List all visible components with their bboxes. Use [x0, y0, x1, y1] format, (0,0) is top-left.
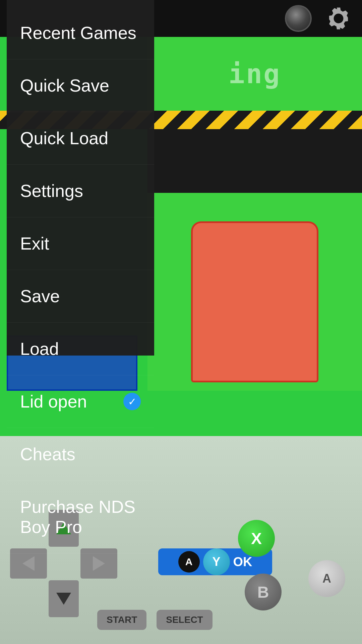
menu-item-label-save: Save	[20, 286, 60, 306]
settings-icon[interactable]	[325, 5, 352, 32]
menu-item-load[interactable]: Load	[7, 323, 154, 375]
arrow-right-icon	[93, 556, 105, 571]
b-button[interactable]: B	[245, 574, 282, 610]
game-box-area	[147, 193, 362, 391]
menu-item-label-quick-save: Quick Save	[20, 75, 109, 96]
ok-a-button[interactable]: A	[178, 551, 200, 573]
menu-item-quick-save[interactable]: Quick Save	[7, 59, 154, 112]
joystick-icon[interactable]	[285, 5, 312, 32]
menu-item-label-cheats: Cheats	[20, 444, 75, 464]
menu-item-exit[interactable]: Exit	[7, 217, 154, 270]
orange-box	[191, 221, 318, 382]
ok-y-button[interactable]: Y	[203, 548, 230, 575]
start-button[interactable]: START	[97, 610, 146, 630]
menu-item-label-exit: Exit	[20, 233, 49, 254]
ok-label: OK	[233, 555, 252, 569]
start-select-area: START SELECT	[97, 610, 213, 630]
game-content-top: ing	[147, 37, 362, 111]
dpad-down[interactable]	[49, 580, 79, 617]
menu-item-save[interactable]: Save	[7, 270, 154, 323]
menu-item-settings[interactable]: Settings	[7, 165, 154, 217]
arrow-left-icon	[22, 556, 35, 571]
menu-item-lid-open[interactable]: Lid open✓	[7, 375, 154, 428]
menu-item-cheats[interactable]: Cheats	[7, 428, 154, 481]
dropdown-menu: Recent GamesQuick SaveQuick LoadSettings…	[7, 0, 154, 356]
menu-item-label-settings: Settings	[20, 181, 83, 201]
menu-item-recent-games[interactable]: Recent Games	[7, 7, 154, 59]
menu-item-purchase-nds[interactable]: Purchase NDS Boy Pro	[7, 481, 154, 553]
menu-item-label-recent-games: Recent Games	[20, 23, 136, 43]
arrow-down-icon	[56, 593, 71, 605]
menu-item-quick-load[interactable]: Quick Load	[7, 112, 154, 165]
x-button[interactable]: X	[238, 520, 275, 557]
select-button[interactable]: SELECT	[157, 610, 212, 630]
menu-item-checkmark-lid-open: ✓	[123, 393, 141, 410]
menu-item-label-load: Load	[20, 339, 59, 359]
menu-item-label-purchase-nds: Purchase NDS Boy Pro	[20, 497, 141, 537]
game-black-mid	[147, 129, 362, 193]
menu-item-label-quick-load: Quick Load	[20, 128, 108, 148]
game-text: ing	[229, 58, 281, 90]
a-button[interactable]: A	[308, 560, 345, 597]
menu-item-label-lid-open: Lid open	[20, 391, 87, 412]
